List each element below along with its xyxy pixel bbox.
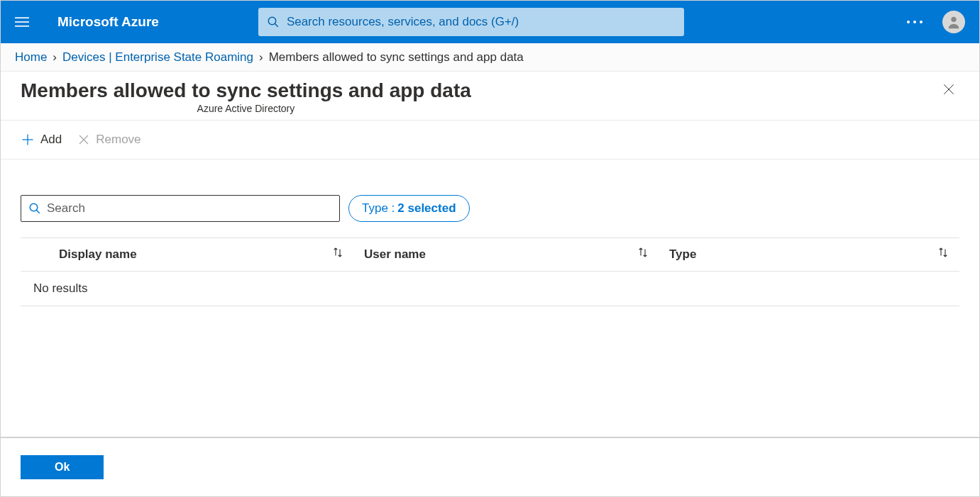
empty-results-text: No results: [33, 281, 947, 296]
column-type[interactable]: Type: [659, 246, 959, 262]
close-button[interactable]: [938, 79, 959, 102]
search-icon: [267, 16, 280, 28]
account-avatar[interactable]: [942, 11, 965, 33]
brand-label: Microsoft Azure: [57, 14, 159, 30]
svg-line-13: [36, 210, 40, 213]
plus-icon: [21, 133, 35, 147]
sort-icon: [937, 246, 949, 262]
add-button[interactable]: Add: [21, 133, 62, 147]
members-table: Display name User name Type No results: [21, 238, 959, 306]
sort-icon: [331, 246, 344, 262]
content-area: Type : 2 selected Display name User name…: [1, 160, 979, 306]
column-display-name[interactable]: Display name: [21, 246, 354, 262]
breadcrumb-home[interactable]: Home: [15, 50, 47, 65]
close-icon: [942, 83, 955, 96]
type-filter-label: Type :: [362, 201, 395, 216]
sort-icon: [637, 246, 649, 262]
dot-icon: [920, 21, 923, 23]
column-label: User name: [364, 247, 426, 262]
hamburger-icon: [15, 15, 29, 29]
table-body: No results: [21, 272, 959, 306]
svg-line-4: [275, 23, 278, 27]
menu-toggle-button[interactable]: [8, 8, 36, 36]
command-bar: Add Remove: [1, 121, 979, 160]
breadcrumb: Home › Devices | Enterprise State Roamin…: [1, 43, 979, 72]
person-icon: [946, 14, 962, 30]
table-header: Display name User name Type: [21, 238, 959, 272]
remove-button-label: Remove: [96, 133, 141, 147]
column-label: Type: [669, 247, 696, 262]
member-search-input[interactable]: [47, 201, 332, 216]
chevron-right-icon: ›: [53, 50, 57, 65]
top-bar: Microsoft Azure: [1, 1, 979, 43]
breadcrumb-current: Members allowed to sync settings and app…: [269, 50, 524, 65]
filter-row: Type : 2 selected: [21, 195, 959, 222]
column-user-name[interactable]: User name: [354, 246, 659, 262]
more-button[interactable]: [901, 15, 928, 29]
global-search[interactable]: [258, 8, 684, 36]
svg-point-3: [268, 17, 276, 25]
type-filter-pill[interactable]: Type : 2 selected: [348, 195, 470, 222]
x-icon: [77, 133, 90, 146]
search-icon: [28, 202, 41, 215]
svg-point-5: [951, 17, 956, 22]
breadcrumb-devices[interactable]: Devices | Enterprise State Roaming: [62, 50, 253, 65]
svg-point-12: [30, 203, 38, 211]
chevron-right-icon: ›: [259, 50, 263, 65]
svg-rect-2: [15, 26, 29, 27]
remove-button[interactable]: Remove: [77, 133, 141, 147]
add-button-label: Add: [40, 133, 62, 147]
svg-rect-0: [15, 17, 29, 18]
page-subtitle: Azure Active Directory: [21, 103, 471, 114]
footer-bar: Ok: [1, 437, 979, 496]
dot-icon: [913, 21, 916, 23]
global-search-input[interactable]: [287, 15, 676, 29]
svg-rect-1: [15, 21, 29, 23]
member-search[interactable]: [21, 195, 340, 222]
page-title: Members allowed to sync settings and app…: [21, 79, 471, 103]
page-header: Members allowed to sync settings and app…: [1, 72, 979, 121]
dot-icon: [907, 21, 910, 23]
type-filter-value: 2 selected: [397, 201, 456, 216]
column-label: Display name: [59, 247, 137, 262]
ok-button[interactable]: Ok: [21, 455, 104, 479]
